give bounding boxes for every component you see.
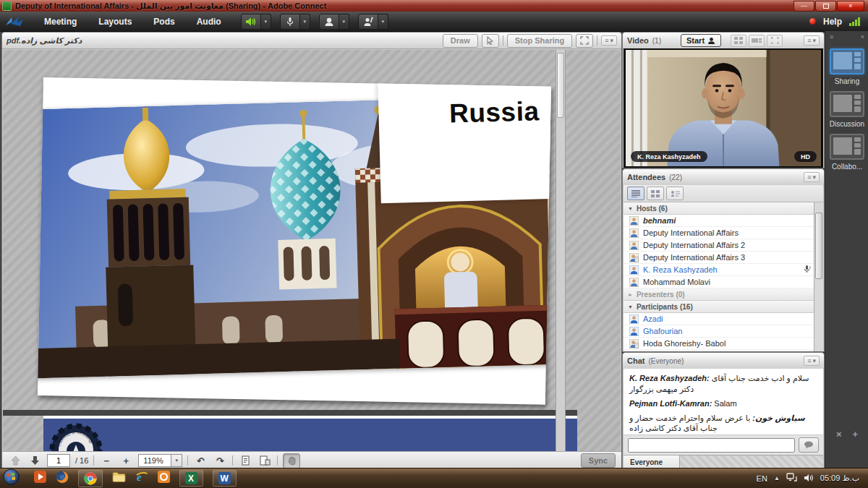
participants-label: Participants (16) <box>637 303 693 311</box>
attendees-scrollbar-thumb[interactable] <box>815 213 822 279</box>
page-up-button[interactable] <box>8 454 22 467</box>
draw-button[interactable]: Draw <box>443 34 478 48</box>
chrome-taskbar-button[interactable] <box>78 470 103 487</box>
start-button[interactable] <box>3 468 20 488</box>
video-fullscreen-icon[interactable] <box>767 35 783 47</box>
speaker-dropdown[interactable]: ▾ <box>261 14 271 30</box>
layout-thumb-discussion[interactable] <box>830 91 864 117</box>
rotate-right-button[interactable]: ↷ <box>213 454 227 467</box>
word-taskbar-button[interactable]: W <box>213 470 237 487</box>
layouts-sidebar: ≡ × Sharing Discussion Collabo... × + <box>825 31 868 468</box>
attendee-row[interactable]: Ghafourian <box>624 325 814 338</box>
attendee-row[interactable]: Azadi <box>624 313 814 325</box>
arrow-up-icon <box>11 455 20 466</box>
language-indicator[interactable]: EN <box>757 474 767 483</box>
video-count: (1) <box>652 37 661 45</box>
add-layout-icon[interactable]: + <box>853 429 859 440</box>
rotate-left-button[interactable]: ↶ <box>193 454 208 467</box>
attendee-list-view-button[interactable] <box>627 187 644 200</box>
zoom-out-button[interactable]: − <box>99 454 114 467</box>
firefox-icon[interactable] <box>56 471 69 487</box>
attendee-row-selected[interactable]: K. Reza Kashyzadeh <box>624 264 814 276</box>
zoom-in-button[interactable]: + <box>119 454 133 467</box>
layouts-close-icon[interactable]: × <box>861 33 864 40</box>
file-explorer-icon[interactable] <box>112 471 126 486</box>
page-down-button[interactable] <box>27 454 42 467</box>
chat-text: Salam <box>714 399 736 408</box>
share-pod: دکتر کاشی زاده.pdf Draw Stop Sharing ≡▾ <box>1 32 622 470</box>
share-pod-header: دکتر کاشی زاده.pdf Draw Stop Sharing ≡▾ <box>2 33 621 49</box>
university-logo: University of Technology <box>49 423 103 452</box>
menu-help[interactable]: Help <box>823 17 842 27</box>
attendee-row[interactable]: Hoda Ghoreishy- Babol <box>624 338 814 350</box>
layout-thumb-sharing[interactable] <box>830 48 864 74</box>
webcam-dropdown[interactable]: ▾ <box>339 14 349 30</box>
attendees-scrollbar[interactable] <box>814 202 823 351</box>
microphone-dropdown[interactable]: ▾ <box>300 14 310 30</box>
delete-layout-icon[interactable]: × <box>836 429 842 440</box>
stop-sharing-button[interactable]: Stop Sharing <box>507 34 572 48</box>
attendee-row[interactable]: Deputy International Affairs 2 <box>624 239 814 252</box>
speaker-button[interactable] <box>241 14 261 30</box>
share-scrollbar[interactable] <box>556 50 566 452</box>
zoom-level-select[interactable]: 119% ▾ <box>138 454 182 467</box>
attendee-row[interactable]: behnami <box>624 215 814 227</box>
attendees-pod-menu-button[interactable]: ≡▾ <box>804 172 820 182</box>
group-participants[interactable]: ▼ Participants (16) <box>624 301 814 313</box>
page-separator <box>3 410 577 416</box>
zoom-dropdown-icon: ▾ <box>171 455 182 466</box>
page-number-input[interactable] <box>47 454 70 467</box>
excel-taskbar-button[interactable]: X <box>179 470 203 487</box>
host-icon <box>629 228 639 238</box>
participant-document-icon <box>629 339 639 348</box>
share-scrollbar-thumb[interactable] <box>557 53 564 118</box>
attendee-row[interactable]: Deputy International Affairs <box>624 227 814 239</box>
chat-scope: (Everyone) <box>648 357 684 365</box>
start-webcam-button[interactable]: Start <box>681 34 721 47</box>
maximize-button[interactable] <box>815 1 836 12</box>
raise-hand-dropdown[interactable]: ▾ <box>378 14 388 30</box>
menu-meeting[interactable]: Meeting <box>33 17 88 27</box>
microphone-button[interactable] <box>280 14 300 30</box>
fit-page-button[interactable] <box>258 454 272 467</box>
attendee-row[interactable]: Mohammad Molavi <box>624 276 814 288</box>
connection-signal-icon <box>849 17 861 26</box>
video-pod-menu-button[interactable]: ≡▾ <box>804 35 820 46</box>
minimize-button[interactable]: — <box>793 1 814 12</box>
group-hosts[interactable]: ▼ Hosts (6) <box>624 202 814 215</box>
host-document-icon <box>629 253 639 262</box>
pointer-button[interactable] <box>482 34 499 48</box>
chat-input[interactable] <box>628 438 795 453</box>
sync-button[interactable]: Sync <box>581 453 616 468</box>
pan-tool-button[interactable] <box>283 453 300 468</box>
internet-explorer-icon[interactable]: e <box>135 471 148 487</box>
chat-pod-menu-button[interactable]: ≡▾ <box>804 356 820 366</box>
attendee-status-view-button[interactable] <box>666 187 684 200</box>
close-button[interactable]: × <box>837 1 864 12</box>
volume-icon[interactable] <box>804 474 814 484</box>
network-icon[interactable] <box>786 473 797 484</box>
webcam-button[interactable] <box>319 14 339 30</box>
chat-send-button[interactable] <box>799 437 819 453</box>
menu-audio[interactable]: Audio <box>186 17 232 27</box>
office-app-icon[interactable] <box>158 471 170 486</box>
menu-layouts[interactable]: Layouts <box>88 17 142 27</box>
fullscreen-button[interactable] <box>576 34 593 48</box>
video-name-tag: K. Reza Kashyzadeh <box>631 151 707 162</box>
grid-view-icon[interactable] <box>731 35 746 47</box>
window-title: Deputy of International Affairs - معاونت… <box>15 1 326 11</box>
layouts-menu-icon[interactable]: ≡ <box>830 33 833 40</box>
group-presenters[interactable]: ► Presenters (0) <box>624 288 814 301</box>
share-pod-menu-button[interactable]: ≡▾ <box>601 35 617 46</box>
attendee-row[interactable]: Deputy International Affairs 3 <box>624 252 814 264</box>
layout-thumb-collaboration[interactable] <box>830 134 864 160</box>
media-player-icon[interactable] <box>34 471 46 486</box>
menu-pods[interactable]: Pods <box>142 17 185 27</box>
attendee-grid-view-button[interactable] <box>647 187 664 200</box>
tray-expand-icon[interactable]: ▲ <box>774 475 780 481</box>
filmstrip-view-icon[interactable] <box>749 35 765 47</box>
slide-title: Russia <box>449 96 540 128</box>
clock[interactable]: 05:09 ب.ظ <box>820 474 859 483</box>
fit-width-button[interactable] <box>238 454 252 467</box>
raise-hand-button[interactable] <box>358 14 378 30</box>
